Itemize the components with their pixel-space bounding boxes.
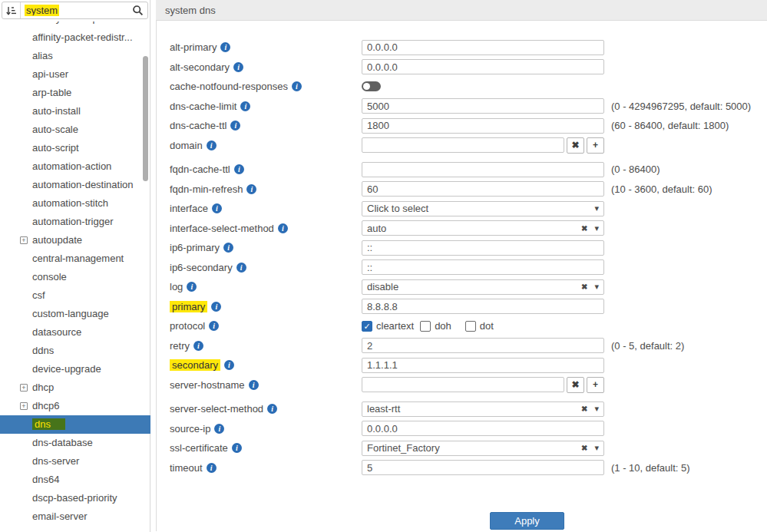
sidebar-item-dns64[interactable]: dns64: [0, 471, 150, 489]
sidebar-item-automation-stitch[interactable]: automation-stitch: [0, 194, 150, 213]
input-alt-secondary[interactable]: [362, 59, 604, 74]
input-retry[interactable]: [362, 338, 604, 353]
input-fqdn-cache-ttl[interactable]: [362, 162, 604, 177]
toggle-cache-notfound-responses[interactable]: [362, 81, 381, 91]
sidebar-item-central-management[interactable]: central-management: [0, 249, 150, 268]
sidebar-item-auto-scale[interactable]: auto-scale: [0, 121, 150, 139]
info-icon[interactable]: i: [292, 81, 302, 91]
input-domain[interactable]: [362, 137, 564, 153]
sidebar-scrollbar-thumb[interactable]: [143, 56, 148, 181]
info-icon[interactable]: i: [236, 263, 246, 273]
sidebar-item-console[interactable]: console: [0, 268, 150, 286]
info-icon[interactable]: i: [193, 341, 203, 351]
select-interface[interactable]: Click to select▾: [362, 201, 604, 216]
sidebar-item-autoupdate[interactable]: +autoupdate: [0, 231, 150, 249]
sidebar-item-api-user[interactable]: api-user: [0, 65, 150, 84]
info-icon[interactable]: i: [207, 140, 217, 150]
sort-button[interactable]: [2, 2, 21, 18]
input-alt-primary[interactable]: [362, 40, 604, 55]
sidebar-item-label: console: [32, 271, 67, 283]
clear-icon[interactable]: ✖: [581, 224, 587, 233]
sidebar-item-affinity-packet-redistr-[interactable]: affinity-packet-redistr...: [0, 28, 150, 47]
select-ssl-certificate[interactable]: Fortinet_Factory✖▾: [362, 441, 604, 456]
apply-button[interactable]: Apply: [490, 512, 564, 530]
sidebar-item-automation-action[interactable]: automation-action: [0, 157, 150, 176]
info-icon[interactable]: i: [223, 243, 233, 253]
sidebar-item-dns-server[interactable]: dns-server: [0, 452, 150, 471]
info-icon[interactable]: i: [240, 101, 250, 111]
info-icon[interactable]: i: [224, 360, 234, 370]
info-icon[interactable]: i: [246, 184, 256, 194]
input-secondary[interactable]: [362, 358, 604, 373]
sidebar-item-arp-table[interactable]: arp-table: [0, 84, 150, 102]
expand-icon[interactable]: +: [20, 236, 28, 244]
clear-button-domain[interactable]: ✖: [567, 137, 584, 154]
select-interface-select-method[interactable]: auto✖▾: [362, 220, 604, 236]
form-row-ssl-certificate: ssl-certificateiFortinet_Factory✖▾: [170, 438, 767, 458]
sidebar-item-dscp-based-priority[interactable]: dscp-based-priority: [0, 489, 150, 507]
sidebar-item-partial[interactable]: affinity-interrupt: [0, 21, 150, 28]
info-icon[interactable]: i: [214, 424, 224, 434]
input-source-ip[interactable]: [362, 421, 604, 436]
add-button-server-hostname[interactable]: +: [587, 377, 604, 393]
info-icon[interactable]: i: [207, 463, 217, 473]
input-primary[interactable]: [362, 299, 604, 314]
expand-icon[interactable]: +: [20, 402, 28, 410]
sidebar-item-auto-script[interactable]: auto-script: [0, 139, 150, 157]
checkbox-box[interactable]: ✓: [362, 321, 372, 332]
info-icon[interactable]: i: [212, 203, 222, 213]
info-icon[interactable]: i: [211, 302, 221, 312]
form-row-secondary: secondaryi: [170, 355, 767, 375]
select-server-select-method[interactable]: least-rtt✖▾: [362, 401, 604, 417]
sidebar-item-ddns[interactable]: ddns: [0, 342, 150, 360]
checkbox-cleartext[interactable]: ✓cleartext: [362, 320, 414, 332]
form-row-cache-notfound-responses: cache-notfound-responsesi: [170, 77, 767, 97]
sidebar-item-email-server[interactable]: email-server: [0, 507, 150, 526]
checkbox-box[interactable]: [420, 321, 431, 332]
info-icon[interactable]: i: [234, 164, 244, 174]
sidebar-search-input[interactable]: system: [21, 5, 127, 16]
input-ip6-primary[interactable]: [362, 240, 604, 256]
info-icon[interactable]: i: [267, 404, 277, 414]
field-control-server-select-method: least-rtt✖▾: [362, 401, 604, 417]
add-button-domain[interactable]: +: [587, 137, 604, 154]
input-server-hostname[interactable]: [362, 377, 564, 392]
sidebar-item-dhcp[interactable]: +dhcp: [0, 378, 150, 397]
clear-icon[interactable]: ✖: [581, 405, 587, 413]
expand-icon[interactable]: +: [20, 384, 28, 392]
checkbox-box[interactable]: [465, 321, 476, 332]
sidebar-item-alias[interactable]: alias: [0, 47, 150, 65]
sidebar-item-device-upgrade[interactable]: device-upgrade: [0, 360, 150, 378]
input-dns-cache-ttl[interactable]: [362, 118, 604, 134]
info-icon[interactable]: i: [232, 443, 242, 453]
info-icon[interactable]: i: [220, 42, 230, 52]
clear-icon[interactable]: ✖: [581, 283, 587, 291]
clear-button-server-hostname[interactable]: ✖: [567, 377, 584, 393]
sidebar-item-dhcp6[interactable]: +dhcp6: [0, 397, 150, 415]
input-timeout[interactable]: [362, 460, 604, 475]
sidebar-item-dns-database[interactable]: dns-database: [0, 434, 150, 452]
info-icon[interactable]: i: [249, 380, 259, 390]
sidebar-item-automation-trigger[interactable]: automation-trigger: [0, 213, 150, 231]
info-icon[interactable]: i: [278, 223, 288, 233]
input-fqdn-min-refresh[interactable]: [362, 181, 604, 197]
input-ip6-secondary[interactable]: [362, 259, 604, 275]
info-icon[interactable]: i: [209, 321, 219, 331]
sidebar-item-custom-language[interactable]: custom-language: [0, 305, 150, 323]
sidebar-item-auto-install[interactable]: auto-install: [0, 102, 150, 121]
clear-icon[interactable]: ✖: [581, 444, 587, 452]
sidebar-item-dns[interactable]: dns: [0, 415, 150, 434]
info-icon[interactable]: i: [187, 282, 197, 292]
field-label-text: retry: [170, 340, 190, 352]
select-value: disable: [367, 281, 581, 292]
sidebar-item-csf[interactable]: csf: [0, 286, 150, 305]
info-icon[interactable]: i: [230, 121, 240, 131]
checkbox-doh[interactable]: doh: [420, 320, 451, 332]
input-dns-cache-limit[interactable]: [362, 98, 604, 114]
sidebar-item-automation-destination[interactable]: automation-destination: [0, 176, 150, 194]
search-button[interactable]: [127, 5, 147, 16]
info-icon[interactable]: i: [233, 62, 243, 72]
checkbox-dot[interactable]: dot: [465, 320, 494, 332]
select-log[interactable]: disable✖▾: [362, 279, 604, 295]
sidebar-item-datasource[interactable]: datasource: [0, 323, 150, 342]
